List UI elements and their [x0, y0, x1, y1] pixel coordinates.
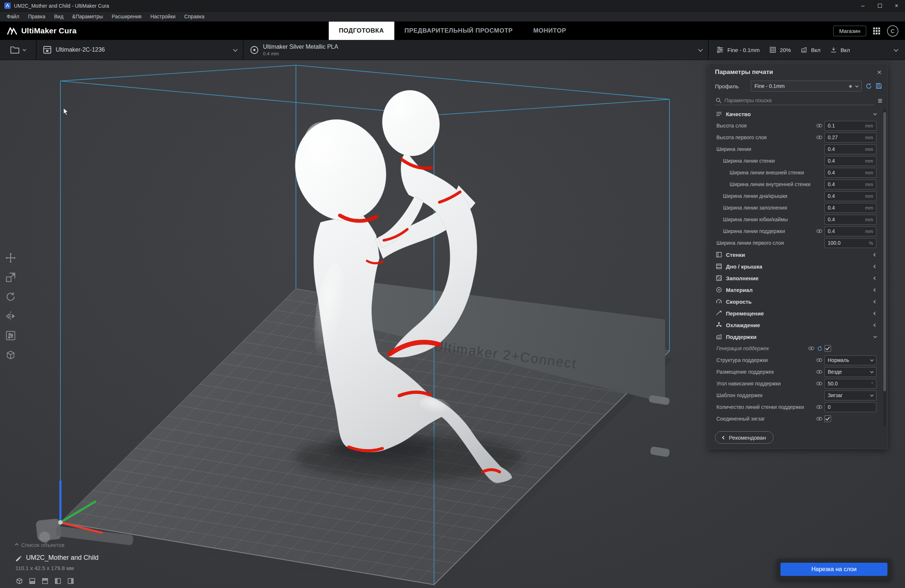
setting-label: Ширина линии первого слоя — [716, 240, 824, 246]
settings-search[interactable] — [715, 96, 874, 105]
setting-input[interactable]: 0 — [824, 402, 876, 412]
setting-input[interactable]: 0.4mm — [824, 203, 876, 213]
category-infill[interactable]: Заполнение — [709, 272, 882, 284]
profile-dropdown[interactable]: Fine - 0.1mm ★ — [751, 81, 862, 92]
setting-row: Ширина линии юбки/каймы0.4mm — [709, 214, 882, 225]
profile-revert-icon[interactable] — [865, 83, 872, 89]
title-bar: UM2C_Mother and Child - UltiMaker Cura –… — [0, 0, 905, 12]
category-walls[interactable]: Стенки — [709, 249, 882, 261]
setting-row: Соединенный зигзаг — [709, 413, 882, 424]
menu-item[interactable]: &Параметры — [68, 12, 107, 22]
setting-value: 0.4 — [828, 205, 863, 211]
profile-save-icon[interactable] — [876, 83, 882, 89]
view-right-icon[interactable] — [67, 577, 75, 585]
object-list-toggle[interactable]: Список объектов — [15, 542, 98, 548]
checkbox-icon — [824, 415, 831, 422]
menu-item[interactable]: Настройки — [146, 12, 180, 22]
object-list-label: Список объектов — [21, 542, 65, 548]
setting-input[interactable]: 50.0° — [824, 379, 876, 389]
support-blocker-button[interactable] — [5, 350, 16, 361]
stage-tab[interactable]: ПРЕДВАРИТЕЛЬНЫЙ ПРОСМОТР — [394, 22, 523, 40]
setting-unit: ° — [871, 381, 873, 386]
link-icon — [816, 416, 823, 421]
print-setup-selector[interactable]: Fine - 0.1mm 20% Вкл Вкл — [709, 40, 905, 60]
menu-item[interactable]: Файл — [2, 12, 24, 22]
category-quality[interactable]: Качество — [709, 108, 882, 120]
setting-value: Везде — [828, 369, 868, 375]
category-speed[interactable]: Скорость — [709, 296, 882, 307]
setting-input[interactable]: 100.0% — [824, 238, 876, 248]
setting-value: 0.4 — [828, 158, 863, 164]
setting-input[interactable]: 0.4mm — [824, 168, 876, 178]
chevron-left-icon — [722, 435, 726, 439]
menu-item[interactable]: Расширения — [107, 12, 146, 22]
setting-input[interactable]: 0.4mm — [824, 226, 876, 236]
object-list-item[interactable]: UM2C_Mother and Child — [15, 554, 98, 562]
menu-item[interactable]: Вид — [50, 12, 68, 22]
infill-icon — [769, 46, 776, 54]
category-travel[interactable]: Перемещение — [709, 307, 882, 319]
setting-label: Ширина линии юбки/каймы — [716, 216, 824, 222]
setting-label: Высота первого слоя — [716, 135, 816, 140]
setting-checkbox[interactable] — [824, 345, 876, 352]
view-front-icon[interactable] — [28, 577, 36, 585]
setting-input[interactable]: 0.4mm — [824, 215, 876, 224]
setting-row: Структура поддержкиНормаль — [709, 354, 882, 366]
material-selector[interactable]: Ultimaker Silver Metallic PLA 0.4 mm — [244, 40, 709, 60]
setting-row: Ширина линии первого слоя100.0% — [709, 237, 882, 249]
setting-input[interactable]: 0.27mm — [824, 133, 876, 143]
recommended-mode-button[interactable]: Рекомендован — [715, 431, 773, 443]
setting-input[interactable]: 0.1mm — [824, 121, 876, 131]
stage-tab[interactable]: ПОДГОТОВКА — [329, 22, 394, 40]
setting-row: Высота первого слоя0.27mm — [709, 132, 882, 143]
mirror-tool-button[interactable] — [5, 311, 16, 322]
setting-label: Ширина линии поддержки — [716, 228, 816, 234]
slice-button[interactable]: Нарезка на слои — [781, 563, 888, 576]
open-file-button[interactable] — [0, 40, 37, 60]
setting-dropdown[interactable]: Нормаль — [824, 355, 876, 365]
minimize-button[interactable]: – — [854, 0, 871, 11]
chevron-left-icon — [873, 288, 877, 292]
view-left-icon[interactable] — [54, 577, 62, 585]
menu-item[interactable]: Справка — [180, 12, 209, 22]
settings-filter-icon[interactable]: ≡ — [878, 97, 882, 105]
extensions-grid-icon[interactable] — [873, 27, 880, 35]
setting-input[interactable]: 0.4mm — [824, 156, 876, 166]
stage-tab[interactable]: МОНИТОР — [523, 22, 576, 40]
revert-icon[interactable] — [816, 346, 823, 351]
rotate-tool-button[interactable] — [5, 291, 16, 302]
move-tool-button[interactable] — [5, 253, 16, 264]
setting-input[interactable]: 0.4mm — [824, 180, 876, 189]
setting-input[interactable]: 0.4mm — [824, 191, 876, 201]
checkbox-icon — [824, 345, 831, 352]
support-summary: Вкл — [811, 47, 821, 53]
link-icon — [816, 124, 823, 128]
marketplace-button[interactable]: Магазин — [833, 25, 866, 36]
setting-label: Ширина линии заполнения — [716, 205, 824, 211]
per-model-settings-button[interactable] — [5, 330, 16, 341]
category-support[interactable]: Поддержки — [709, 331, 882, 343]
settings-scrollbar[interactable] — [883, 109, 886, 426]
close-button[interactable]: × — [888, 0, 905, 11]
view-3d-icon[interactable] — [15, 577, 24, 585]
account-avatar[interactable]: C — [887, 25, 899, 37]
setting-dropdown[interactable]: Зигзаг — [824, 391, 876, 400]
menu-item[interactable]: Правка — [24, 12, 49, 22]
category-cooling[interactable]: Охлаждение — [709, 319, 882, 331]
setting-dropdown[interactable]: Везде — [824, 367, 876, 377]
setting-row: Ширина линии заполнения0.4mm — [709, 202, 882, 214]
category-topbottom[interactable]: Дно / крышка — [709, 261, 882, 272]
view-top-icon[interactable] — [41, 577, 49, 585]
close-panel-icon[interactable]: × — [877, 68, 881, 76]
setting-input[interactable]: 0.4mm — [824, 145, 876, 154]
app-name: UltiMaker Cura — [21, 26, 76, 35]
scale-tool-button[interactable] — [5, 272, 16, 283]
stage-tabs: ПОДГОТОВКАПРЕДВАРИТЕЛЬНЫЙ ПРОСМОТРМОНИТО… — [329, 22, 576, 40]
scrollbar-thumb[interactable] — [883, 112, 886, 391]
search-input[interactable] — [724, 97, 873, 103]
category-material[interactable]: Материал — [709, 284, 882, 296]
setting-checkbox[interactable] — [824, 415, 876, 422]
printer-selector[interactable]: Ultimaker-2C-1236 — [37, 40, 244, 60]
window-title: UM2C_Mother and Child - UltiMaker Cura — [14, 3, 109, 9]
maximize-button[interactable] — [871, 0, 888, 11]
